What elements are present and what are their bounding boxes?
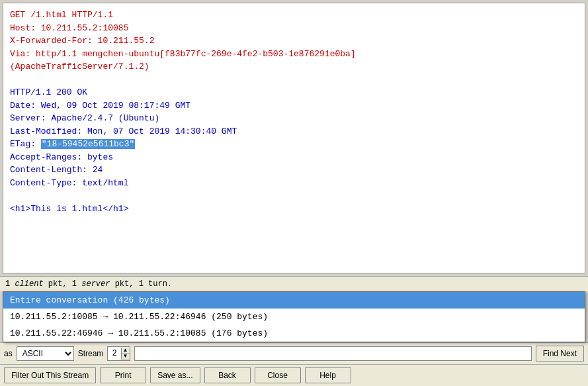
close-button[interactable]: Close <box>255 367 301 383</box>
dropdown-item-server[interactable]: 10.211.55.22:46946 → 10.211.55.2:10085 (… <box>3 325 585 342</box>
dropdown-item-entire[interactable]: Entire conversation (426 bytes) <box>3 292 585 309</box>
response-status: HTTP/1.1 200 OK <box>10 86 578 99</box>
stream-value: 2 <box>108 348 120 359</box>
bottom-buttons-row: Filter Out This Stream Print Save as... … <box>0 364 588 386</box>
request-line: GET /1.html HTTP/1.1 <box>10 9 578 22</box>
status-bar: 1 client pkt, 1 server pkt, 1 turn. <box>0 276 588 291</box>
print-button[interactable]: Print <box>100 367 146 383</box>
search-input[interactable] <box>134 346 532 361</box>
client-label: client <box>15 279 43 289</box>
server-label: server <box>81 279 110 289</box>
body-line: <h1>This is 1.html</h1> <box>10 203 578 216</box>
content-area[interactable]: GET /1.html HTTP/1.1 Host: 10.211.55.2:1… <box>3 3 585 273</box>
stream-spinner[interactable]: 2 ▲ ▼ <box>107 346 130 361</box>
lastmod-line: Last-Modified: Mon, 07 Oct 2019 14:30:40… <box>10 125 578 138</box>
acceptranges-line: Accept-Ranges: bytes <box>10 151 578 164</box>
server-line: Server: Apache/2.4.7 (Ubuntu) <box>10 112 578 125</box>
ats-line: (ApacheTrafficServer/7.1.2) <box>10 60 578 73</box>
back-button[interactable]: Back <box>204 367 251 383</box>
stream-down-button[interactable]: ▼ <box>122 354 130 360</box>
contentlength-line: Content-Length: 24 <box>10 164 578 177</box>
via-line: Via: http/1.1 mengchen-ubuntu[f83b77fc-2… <box>10 48 578 61</box>
xforwarded-line: X-Forwarded-For: 10.211.55.2 <box>10 34 578 48</box>
main-container: GET /1.html HTTP/1.1 Host: 10.211.55.2:1… <box>0 0 588 386</box>
date-line: Date: Wed, 09 Oct 2019 08:17:49 GMT <box>10 99 578 113</box>
conversation-dropdown[interactable]: Entire conversation (426 bytes) 10.211.5… <box>3 291 585 342</box>
host-line: Host: 10.211.55.2:10085 <box>10 22 578 35</box>
help-button[interactable]: Help <box>305 367 351 383</box>
find-next-button[interactable]: Find Next <box>536 346 584 362</box>
etag-line: ETag: "18-59452e5611bc3" <box>10 138 578 151</box>
filter-out-button[interactable]: Filter Out This Stream <box>4 367 96 383</box>
pkt-count-prefix: 1 <box>5 279 15 289</box>
dropdown-item-client[interactable]: 10.211.55.2:10085 → 10.211.55.22:46946 (… <box>3 309 585 325</box>
pkt-mid: pkt, 1 <box>44 279 82 289</box>
blank2 <box>10 189 578 203</box>
encoding-select[interactable]: ASCII Hex Dump EBCDIC Hex C Arrays Raw <box>17 346 74 361</box>
contenttype-line: Content-Type: text/html <box>10 177 578 190</box>
pkt-suffix: pkt, 1 turn. <box>110 279 172 289</box>
save-as-button[interactable]: Save as... <box>150 367 200 383</box>
show-as-label: as <box>4 349 13 358</box>
stream-label: Stream <box>78 349 104 358</box>
controls-row: as ASCII Hex Dump EBCDIC Hex C Arrays Ra… <box>0 342 588 364</box>
blank1 <box>10 73 578 87</box>
